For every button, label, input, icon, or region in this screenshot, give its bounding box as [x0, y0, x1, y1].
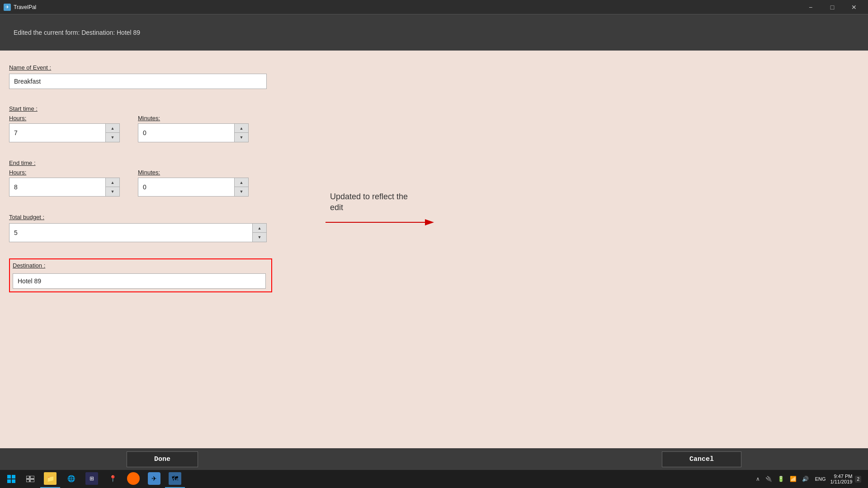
annotation-text-container: Updated to reflect the edit	[330, 191, 408, 212]
maps-taskbar-button[interactable]: 📍	[103, 470, 123, 488]
taskbar-date-display: 1/11/2019	[830, 479, 853, 484]
start-hours-up-button[interactable]: ▲	[106, 124, 119, 133]
taskbar-left: 📁 🌐 ⊞ 📍 ✈ 🗺	[2, 470, 185, 488]
chrome-icon: 🌐	[65, 472, 77, 485]
svg-rect-5	[12, 479, 15, 483]
windows-logo-icon	[7, 475, 15, 483]
budget-spinbox: ▲ ▼	[9, 223, 267, 242]
svg-rect-6	[26, 476, 29, 479]
end-hours-arrows: ▲ ▼	[105, 178, 120, 197]
header-message: Edited the current form: Destination: Ho…	[14, 29, 140, 36]
start-hours-down-button[interactable]: ▼	[106, 133, 119, 142]
tray-expand-button[interactable]: ∧	[754, 474, 762, 484]
budget-down-button[interactable]: ▼	[253, 233, 266, 242]
blue-app-taskbar-button[interactable]: ✈	[144, 470, 164, 488]
end-time-label: End time :	[9, 160, 859, 166]
app-icon: ✈	[4, 4, 11, 11]
annotation-line1: Updated to reflect the	[330, 192, 408, 201]
task-view-icon	[26, 476, 34, 482]
start-hours-input[interactable]	[9, 123, 105, 142]
orange-app-icon	[127, 472, 140, 485]
end-minutes-down-button[interactable]: ▼	[235, 187, 248, 196]
start-minutes-up-button[interactable]: ▲	[235, 124, 248, 133]
main-content: Name of Event : Breakfast Start time : H…	[0, 51, 868, 448]
end-minutes-input[interactable]	[138, 178, 234, 197]
jetbrains-taskbar-button[interactable]: ⊞	[82, 470, 102, 488]
maximize-button[interactable]: □	[822, 0, 843, 14]
end-minutes-arrows: ▲ ▼	[234, 178, 249, 197]
close-button[interactable]: ✕	[844, 0, 864, 14]
task-view-button[interactable]	[21, 470, 39, 488]
start-button[interactable]	[2, 470, 20, 488]
end-hours-label: Hours:	[9, 169, 120, 176]
svg-rect-9	[30, 479, 34, 482]
start-minutes-field: Minutes: ▲ ▼	[138, 115, 249, 142]
start-hours-spinbox: ▲ ▼	[9, 123, 120, 142]
language-indicator[interactable]: ENG	[813, 474, 828, 483]
annotation-container: Updated to reflect the edit	[321, 186, 479, 278]
app-title: TravelPal	[14, 4, 36, 10]
blue-app-icon: ✈	[148, 472, 160, 485]
name-of-event-label: Name of Event :	[9, 64, 859, 71]
start-time-section: Start time : Hours: ▲ ▼ Minutes: ▲	[9, 101, 859, 151]
travelpal-taskbar-icon: 🗺	[169, 472, 181, 485]
orange-app-taskbar-button[interactable]	[123, 470, 143, 488]
taskbar-right: ∧ 🔌 🔋 📶 🔊 ENG 9:47 PM 1/11/2019 2	[754, 474, 866, 484]
end-minutes-spinbox: ▲ ▼	[138, 178, 249, 197]
svg-rect-2	[7, 475, 11, 479]
minimize-button[interactable]: −	[800, 0, 821, 14]
taskbar-clock[interactable]: 9:47 PM 1/11/2019	[830, 474, 853, 484]
start-hours-field: Hours: ▲ ▼	[9, 115, 120, 142]
start-minutes-label: Minutes:	[138, 115, 249, 122]
jetbrains-icon: ⊞	[85, 472, 98, 485]
done-button[interactable]: Done	[127, 451, 198, 467]
svg-rect-7	[30, 476, 34, 479]
wifi-icon[interactable]: 📶	[788, 474, 798, 484]
end-hours-down-button[interactable]: ▼	[106, 187, 119, 196]
end-minutes-label: Minutes:	[138, 169, 249, 176]
destination-highlighted-box: Destination :	[9, 258, 272, 292]
start-time-row: Hours: ▲ ▼ Minutes: ▲ ▼	[9, 115, 859, 142]
chrome-taskbar-button[interactable]: 🌐	[61, 470, 81, 488]
taskbar-time-display: 9:47 PM	[830, 474, 853, 479]
start-time-label: Start time :	[9, 105, 859, 112]
start-minutes-input[interactable]	[138, 123, 234, 142]
start-minutes-down-button[interactable]: ▼	[235, 133, 248, 142]
end-hours-input[interactable]	[9, 178, 105, 197]
budget-up-button[interactable]: ▲	[253, 224, 266, 233]
travelpal-taskbar-button[interactable]: 🗺	[165, 470, 185, 488]
battery-icon[interactable]: 🔋	[776, 474, 786, 484]
system-tray: ∧ 🔌 🔋 📶 🔊	[754, 474, 811, 484]
budget-arrows: ▲ ▼	[252, 223, 267, 242]
header-area: Edited the current form: Destination: Ho…	[0, 14, 868, 51]
name-of-event-section: Name of Event : Breakfast	[9, 60, 859, 94]
end-minutes-field: Minutes: ▲ ▼	[138, 169, 249, 197]
event-name-input[interactable]: Breakfast	[9, 74, 267, 89]
start-hours-arrows: ▲ ▼	[105, 123, 120, 142]
file-explorer-taskbar-button[interactable]: 📁	[40, 470, 60, 488]
destination-input[interactable]	[13, 273, 266, 289]
title-bar-left: ✈ TravelPal	[4, 4, 36, 11]
svg-rect-8	[26, 479, 29, 482]
footer-area: Done Cancel	[0, 448, 868, 470]
cancel-button[interactable]: Cancel	[662, 451, 741, 467]
start-minutes-arrows: ▲ ▼	[234, 123, 249, 142]
maps-icon: 📍	[106, 472, 119, 485]
end-hours-up-button[interactable]: ▲	[106, 178, 119, 187]
title-bar: ✈ TravelPal − □ ✕	[0, 0, 868, 14]
file-explorer-icon: 📁	[44, 472, 57, 485]
start-hours-label: Hours:	[9, 115, 120, 122]
title-bar-controls: − □ ✕	[800, 0, 864, 14]
end-hours-spinbox: ▲ ▼	[9, 178, 120, 197]
destination-label: Destination :	[13, 262, 269, 269]
budget-input[interactable]	[9, 223, 252, 242]
svg-rect-3	[12, 475, 15, 479]
notification-button[interactable]: 2	[855, 476, 861, 483]
start-minutes-spinbox: ▲ ▼	[138, 123, 249, 142]
end-hours-field: Hours: ▲ ▼	[9, 169, 120, 197]
network-icon[interactable]: 🔌	[764, 474, 774, 484]
volume-icon[interactable]: 🔊	[800, 474, 811, 484]
taskbar: 📁 🌐 ⊞ 📍 ✈ 🗺 ∧ 🔌 🔋 📶 🔊 ENG	[0, 470, 868, 488]
end-minutes-up-button[interactable]: ▲	[235, 178, 248, 187]
annotation-line2: edit	[330, 203, 343, 212]
